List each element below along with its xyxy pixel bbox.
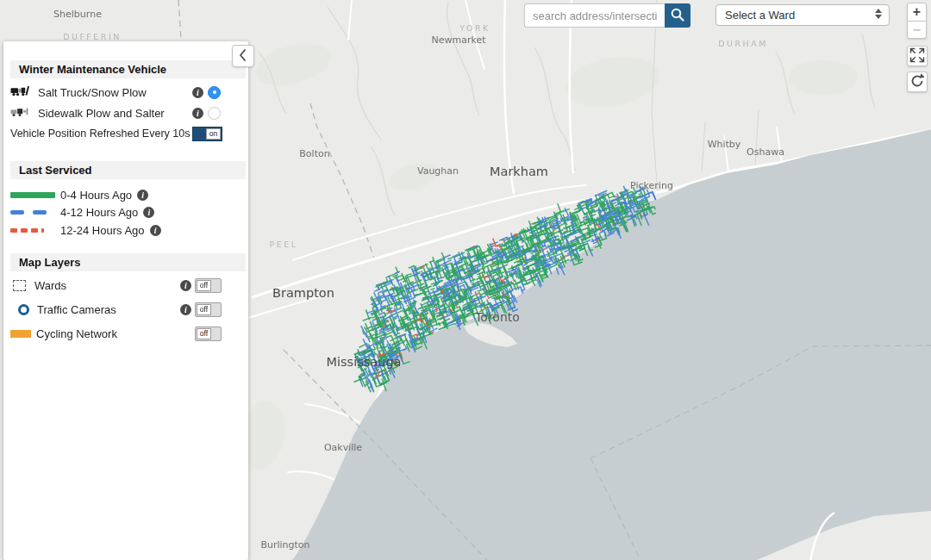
refresh-icon	[908, 72, 927, 93]
map-label-dufferin: DUFFERIN	[63, 32, 122, 41]
vehicle-option-sidewalk-plow: Sidewalk Plow and Salter i	[10, 104, 243, 121]
refresh-label: Vehicle Position Refreshed Every 10s	[10, 128, 190, 140]
salt-truck-label: Salt Truck/Snow Plow	[38, 86, 147, 99]
legend-4-12-label: 4-12 Hours Ago	[60, 206, 138, 219]
refresh-row: Vehicle Position Refreshed Every 10s on	[10, 125, 243, 142]
salt-truck-icon	[10, 85, 31, 99]
chevron-left-icon	[232, 44, 254, 69]
search-input[interactable]	[524, 3, 665, 28]
legend-swatch-solid-green	[10, 192, 55, 198]
refresh-toggle-state: on	[206, 128, 221, 140]
map-layers-section-title: Map Layers	[19, 256, 81, 269]
salt-truck-radio[interactable]	[208, 86, 221, 99]
cycling-network-label: Cycling Network	[36, 327, 117, 340]
map-label-newmarket: Newmarket	[431, 34, 486, 46]
section-header-last-serviced: Last Serviced	[10, 161, 246, 179]
cycling-network-toggle-state: off	[197, 328, 211, 339]
wards-toggle-state: off	[197, 280, 211, 291]
plow-tracker-app: DUFFERINYORKDURHAMPEELShelburneNewmarket…	[0, 0, 931, 560]
map-label-vaughan: Vaughan	[417, 165, 459, 177]
traffic-camera-icon	[18, 304, 29, 315]
map-label-pickering: Pickering	[630, 180, 673, 191]
layer-row-traffic-cameras: Traffic Cameras i off	[10, 301, 243, 318]
map-label-york: YORK	[459, 23, 490, 33]
sidewalk-plow-icon	[10, 106, 31, 120]
traffic-cameras-info-icon[interactable]: i	[180, 304, 191, 315]
salt-truck-info-icon[interactable]: i	[192, 87, 203, 98]
vehicle-option-salt-truck: Salt Truck/Snow Plow i	[10, 84, 243, 101]
ward-select[interactable]: Select a Ward	[715, 4, 890, 26]
legend-12-24-label: 12-24 Hours Ago	[60, 224, 145, 237]
vehicle-section-title: Winter Maintenance Vehicle	[19, 63, 166, 76]
map-label-mississauga: Mississauga	[327, 355, 402, 369]
legend-swatch-dashed-blue	[10, 210, 55, 215]
wards-toggle[interactable]: off	[195, 278, 222, 293]
map-label-shelburne: Shelburne	[53, 9, 102, 20]
map-label-durham: DURHAM	[718, 39, 768, 48]
layer-row-cycling-network: Cycling Network off	[10, 325, 243, 342]
legend-0-4-label: 0-4 Hours Ago	[60, 189, 132, 202]
search-icon	[670, 7, 685, 25]
cycling-network-toggle[interactable]: off	[195, 327, 222, 341]
wards-label: Wards	[34, 279, 66, 292]
sidewalk-plow-radio[interactable]	[208, 107, 221, 120]
map-label-bolton: Bolton	[299, 148, 329, 159]
ward-select-value: Select a Ward	[725, 9, 795, 22]
map-label-burlington: Burlington	[260, 539, 309, 551]
cycling-network-icon	[10, 330, 31, 338]
legend-sidebar: Winter Maintenance Vehicle Salt Truck/Sn…	[3, 41, 248, 560]
section-header-vehicle: Winter Maintenance Vehicle	[10, 60, 246, 78]
map-label-markham: Markham	[490, 165, 548, 178]
refresh-button[interactable]	[907, 72, 928, 92]
traffic-cameras-toggle[interactable]: off	[195, 302, 222, 317]
fullscreen-icon	[908, 46, 927, 67]
zoom-out-button[interactable]: −	[907, 22, 927, 39]
traffic-cameras-toggle-state: off	[197, 304, 211, 315]
legend-12-24-hours: 12-24 Hours Ago i	[10, 221, 243, 239]
traffic-cameras-label: Traffic Cameras	[37, 303, 116, 316]
map-label-peel: PEEL	[269, 240, 297, 249]
search-button[interactable]	[665, 3, 690, 28]
fullscreen-button[interactable]	[907, 46, 928, 66]
legend-0-4-hours: 0-4 Hours Ago i	[10, 186, 243, 203]
wards-icon	[13, 280, 26, 291]
address-search	[524, 3, 690, 28]
last-serviced-section-title: Last Serviced	[19, 164, 92, 177]
legend-4-12-info-icon[interactable]: i	[143, 207, 154, 218]
zoom-in-button[interactable]: +	[907, 3, 927, 22]
sidebar-collapse-button[interactable]	[232, 45, 254, 67]
legend-0-4-info-icon[interactable]: i	[137, 190, 148, 201]
section-header-map-layers: Map Layers	[10, 253, 246, 271]
layer-row-wards: Wards i off	[10, 277, 243, 294]
legend-swatch-dashed-red	[10, 228, 55, 233]
map-label-brampton: Brampton	[272, 286, 334, 300]
sidewalk-plow-info-icon[interactable]: i	[192, 108, 203, 119]
refresh-toggle[interactable]: on	[192, 127, 222, 141]
sidewalk-plow-label: Sidewalk Plow and Salter	[38, 107, 165, 120]
map-label-oakville: Oakville	[324, 442, 362, 453]
map-label-toronto: Toronto	[474, 310, 520, 324]
select-arrows-icon	[875, 9, 882, 19]
map-label-whitby: Whitby	[708, 139, 741, 150]
legend-12-24-info-icon[interactable]: i	[150, 225, 161, 236]
legend-4-12-hours: 4-12 Hours Ago i	[10, 203, 243, 221]
wards-info-icon[interactable]: i	[180, 280, 191, 291]
map-label-oshawa: Oshawa	[747, 146, 784, 158]
